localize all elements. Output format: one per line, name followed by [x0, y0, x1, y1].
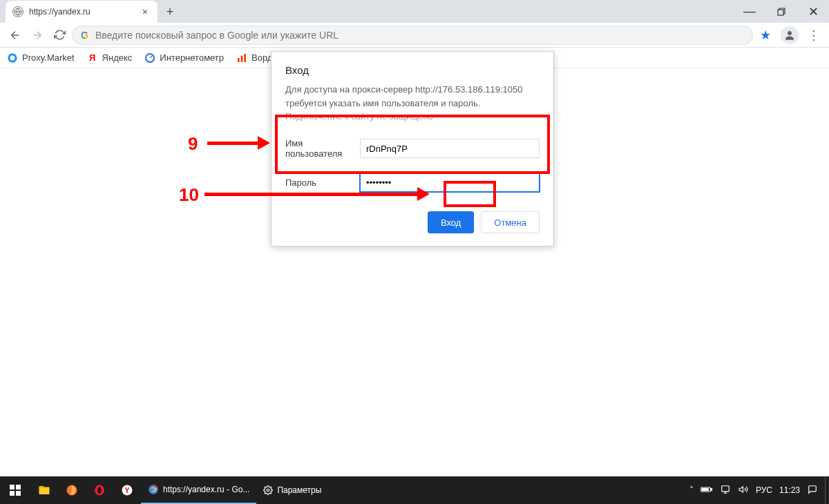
password-row: Пароль	[285, 166, 540, 199]
bookmark-label: Интернетометр	[160, 52, 224, 63]
page-content: Вход Для доступа на прокси-сервер http:/…	[0, 68, 829, 476]
browser-toolbar: G ★ ⋮	[0, 23, 829, 48]
svg-rect-26	[722, 485, 730, 491]
username-row: Имя пользователя	[285, 131, 540, 166]
browser-tab-strip: https://yandex.ru × + — ✕	[0, 0, 829, 23]
annotation-arrow-9	[207, 142, 259, 145]
taskbar-chrome-label: https://yandex.ru - Go...	[163, 485, 249, 494]
browser-menu-icon[interactable]: ⋮	[804, 28, 823, 43]
bookmark-star-icon[interactable]: ★	[756, 28, 775, 43]
username-input[interactable]	[360, 139, 540, 158]
nav-back-button[interactable]	[6, 26, 25, 45]
tray-network-icon[interactable]	[720, 485, 731, 496]
window-maximize-button[interactable]	[765, 0, 797, 23]
taskbar-firefox-icon[interactable]	[58, 476, 86, 504]
start-button[interactable]	[0, 476, 30, 504]
tray-volume-icon[interactable]	[738, 485, 749, 496]
username-label: Имя пользователя	[285, 138, 360, 159]
nav-forward-button[interactable]	[28, 26, 47, 45]
submit-button[interactable]: Вход	[428, 211, 474, 233]
svg-rect-6	[241, 55, 243, 61]
svg-point-2	[788, 31, 792, 35]
svg-rect-9	[16, 485, 21, 490]
tray-language[interactable]: РУС	[756, 485, 772, 495]
tray-clock[interactable]: 11:23	[779, 485, 800, 495]
proxy-auth-dialog: Вход Для доступа на прокси-сервер http:/…	[271, 51, 554, 246]
show-desktop-button[interactable]	[825, 476, 829, 504]
bookmark-label: Proxy.Market	[22, 52, 75, 63]
tray-notifications-icon[interactable]	[807, 485, 818, 496]
bookmark-internetometer[interactable]: Интернетометр	[144, 52, 224, 64]
tab-title: https://yandex.ru	[29, 7, 140, 17]
taskbar-settings-label: Параметры	[277, 485, 321, 495]
proxy-market-icon	[7, 52, 18, 64]
svg-point-22	[267, 489, 270, 492]
bookmark-label: Яндекс	[102, 52, 133, 63]
cancel-label: Отмена	[494, 217, 526, 228]
window-minimize-button[interactable]: —	[734, 0, 765, 23]
password-input[interactable]	[360, 173, 540, 192]
bookmark-proxy-market[interactable]: Proxy.Market	[7, 52, 75, 64]
address-bar[interactable]: G	[72, 26, 753, 45]
dialog-message: Для доступа на прокси-сервер http://176.…	[285, 83, 540, 110]
password-label: Пароль	[285, 177, 360, 188]
svg-rect-7	[244, 54, 246, 62]
svg-rect-5	[238, 58, 240, 62]
window-controls: — ✕	[734, 0, 829, 23]
svg-rect-13	[39, 486, 44, 488]
submit-label: Вход	[441, 217, 461, 228]
tab-close-icon[interactable]: ×	[140, 6, 151, 17]
svg-rect-12	[39, 487, 50, 495]
yandex-icon: Я	[87, 52, 98, 64]
dialog-warning: Подключение к сайту не защищено	[285, 111, 540, 122]
svg-rect-1	[778, 10, 783, 15]
browser-tab-active[interactable]: https://yandex.ru ×	[6, 1, 158, 23]
windows-taskbar: Y https://yandex.ru - Go... Параметры ˄ …	[0, 476, 829, 504]
new-tab-button[interactable]: +	[160, 2, 180, 21]
annotation-arrowhead-9	[258, 136, 270, 150]
taskbar-settings-task[interactable]: Параметры	[256, 476, 328, 504]
annotation-step-10: 10	[179, 184, 199, 206]
tray-battery-icon[interactable]	[701, 485, 713, 496]
svg-rect-11	[16, 491, 21, 496]
taskbar-opera-icon[interactable]	[86, 476, 113, 504]
bar-chart-icon	[236, 52, 247, 64]
nav-reload-button[interactable]	[50, 26, 69, 45]
annotation-step-9: 9	[188, 133, 198, 155]
svg-rect-24	[711, 488, 712, 490]
dialog-actions: Вход Отмена	[285, 211, 540, 233]
globe-icon	[12, 6, 23, 17]
gauge-icon	[144, 52, 155, 64]
svg-rect-10	[10, 491, 15, 496]
svg-rect-8	[10, 485, 15, 490]
cancel-button[interactable]: Отмена	[481, 211, 540, 233]
profile-avatar-icon[interactable]	[781, 26, 799, 44]
bookmark-yandex[interactable]: Я Яндекс	[87, 52, 133, 64]
tray-expand-icon[interactable]: ˄	[689, 485, 694, 495]
google-icon: G	[81, 30, 88, 41]
window-close-button[interactable]: ✕	[797, 0, 829, 23]
svg-text:Y: Y	[124, 486, 129, 494]
svg-point-16	[97, 487, 102, 494]
address-input[interactable]	[95, 30, 744, 41]
svg-rect-25	[702, 488, 708, 490]
taskbar-explorer-icon[interactable]	[30, 476, 58, 504]
taskbar-chrome-task[interactable]: https://yandex.ru - Go...	[141, 476, 256, 504]
taskbar-yandex-browser-icon[interactable]: Y	[113, 476, 141, 504]
dialog-title: Вход	[285, 64, 540, 76]
system-tray: ˄ РУС 11:23	[685, 485, 822, 496]
